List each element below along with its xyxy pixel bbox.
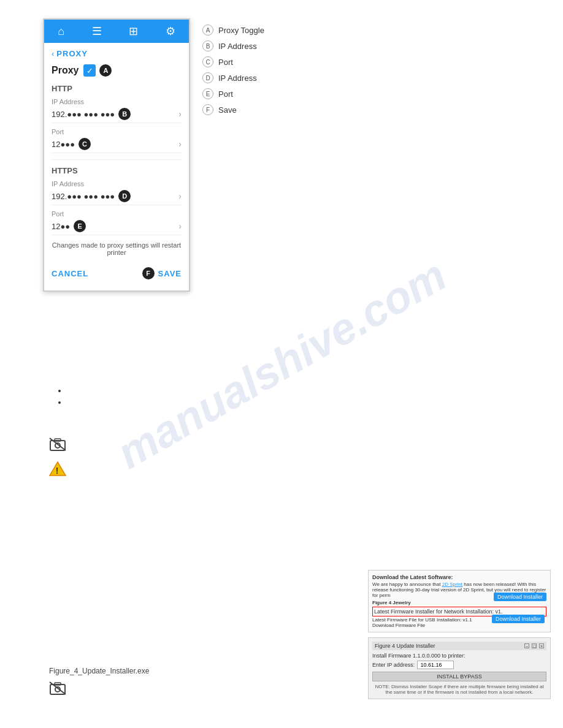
legend-item-c: C Port <box>202 56 264 67</box>
grid-icon[interactable]: ⊞ <box>129 25 138 38</box>
http-port-row[interactable]: 12●●● C › <box>52 135 182 153</box>
legend-label-f: Save <box>218 105 237 115</box>
http-ip-value: 192.●●● ●●● ●●● <box>52 110 115 119</box>
firmware-network-label: Latest Firmware Installer for Network In… <box>374 609 503 615</box>
proxy-checkbox[interactable]: ✓ <box>83 64 96 77</box>
installer-title-bar: Figure 4 Update Installer – □ × <box>372 642 546 650</box>
http-section-title: HTTP <box>52 84 182 93</box>
firmware-network-btn[interactable]: Download Installer <box>492 615 545 623</box>
http-port-block: Port 12●●● C › <box>52 128 182 153</box>
legend-item-d: D IP Address <box>202 72 264 83</box>
badge-b: B <box>118 108 131 120</box>
legend-label-b: IP Address <box>218 42 257 51</box>
https-ip-chevron: › <box>178 191 182 201</box>
bullet-list <box>49 386 70 407</box>
http-ip-label: IP Address <box>52 98 182 105</box>
back-title: PROXY <box>56 49 88 58</box>
settings-icon[interactable]: ⚙ <box>166 25 175 38</box>
camera-icon-1 <box>49 438 70 455</box>
http-ip-row[interactable]: 192.●●● ●●● ●●● B › <box>52 105 182 123</box>
https-ip-block: IP Address 192.●●● ●●● ●●● D › <box>52 180 182 205</box>
http-ip-block: IP Address 192.●●● ●●● ●●● B › <box>52 98 182 123</box>
ip-field-label: Enter IP address: <box>372 662 415 668</box>
download-title: Download the Latest Software: <box>372 574 546 580</box>
http-ip-chevron: › <box>178 109 182 119</box>
sprint-link[interactable]: 2D Sprint <box>442 582 462 587</box>
proxy-label: Proxy <box>52 65 79 76</box>
https-section-title: HTTPS <box>52 166 182 175</box>
legend-item-a: A Proxy Toggle <box>202 25 264 36</box>
warning-block: ! <box>49 461 70 480</box>
legend-circle-d: D <box>202 72 213 83</box>
minimize-button[interactable]: – <box>524 643 529 648</box>
https-port-row[interactable]: 12●● E › <box>52 218 182 235</box>
maximize-button[interactable]: □ <box>532 643 537 648</box>
http-port-chevron: › <box>178 139 182 149</box>
divider <box>52 159 182 160</box>
legend-label-a: Proxy Toggle <box>218 26 264 35</box>
bottom-section: ! <box>49 380 70 487</box>
https-port-label: Port <box>52 210 182 218</box>
download-software-box: Download the Latest Software: We are hap… <box>368 570 551 632</box>
legend-circle-c: C <box>202 56 213 67</box>
proxy-toggle-row: Proxy ✓ A <box>52 64 182 77</box>
back-arrow-icon: ‹ <box>52 49 54 58</box>
download-body: We are happy to announce that 2D Sprint … <box>372 582 546 598</box>
https-port-chevron: › <box>178 221 182 231</box>
warning-icon: ! <box>49 461 70 480</box>
legend-area: A Proxy Toggle B IP Address C Port D IP … <box>202 25 264 120</box>
bullet-item-2 <box>67 398 70 407</box>
nav-bar: ⌂ ☰ ⊞ ⚙ <box>44 20 189 43</box>
https-ip-label: IP Address <box>52 180 182 188</box>
svg-text:!: ! <box>56 466 59 476</box>
menu-icon[interactable]: ☰ <box>92 25 102 38</box>
cancel-button[interactable]: CANCEL <box>52 269 88 278</box>
https-ip-value: 192.●●● ●●● ●●● <box>52 192 115 201</box>
badge-f: F <box>142 267 155 279</box>
installer-box: Figure 4 Update Installer – □ × Install … <box>368 637 551 699</box>
legend-item-b: B IP Address <box>202 40 264 51</box>
legend-label-c: Port <box>218 58 233 67</box>
legend-circle-b: B <box>202 40 213 51</box>
figure-label-area: Figure_4_Update_Installer.exe <box>49 662 149 705</box>
legend-label-d: IP Address <box>218 74 257 83</box>
back-header[interactable]: ‹ PROXY <box>52 49 182 58</box>
legend-label-e: Port <box>218 89 233 99</box>
legend-circle-f: F <box>202 104 213 115</box>
restart-note: Changes made to proxy settings will rest… <box>52 241 182 256</box>
home-icon[interactable]: ⌂ <box>58 25 64 38</box>
ip-address-input[interactable] <box>417 661 454 669</box>
badge-d: D <box>118 190 131 202</box>
badge-c: C <box>79 138 91 150</box>
badge-a: A <box>99 64 112 77</box>
https-ip-row[interactable]: 192.●●● ●●● ●●● D › <box>52 188 182 205</box>
legend-item-f: F Save <box>202 104 264 115</box>
legend-item-e: E Port <box>202 88 264 99</box>
install-bypass-button[interactable]: INSTALL BYPASS <box>372 672 546 681</box>
proxy-content: ‹ PROXY Proxy ✓ A HTTP IP Address 192.●●… <box>44 43 189 290</box>
close-button[interactable]: × <box>539 643 544 648</box>
https-port-block: Port 12●● E › <box>52 210 182 235</box>
http-port-value: 12●●● <box>52 140 75 149</box>
phone-mockup: ⌂ ☰ ⊞ ⚙ ‹ PROXY Proxy ✓ A HTTP IP Addres… <box>43 18 190 292</box>
camera-icon-2 <box>49 681 149 699</box>
bullet-item-1 <box>67 386 70 395</box>
installer-note: NOTE: Dismiss Installer Scape if there a… <box>372 684 546 695</box>
installer-prompt: Install Firmware 1.1.0.0.000 to printer: <box>372 653 546 659</box>
https-port-value: 12●● <box>52 222 70 231</box>
screenshots-area: Download the Latest Software: We are hap… <box>368 570 551 699</box>
figure-label-text: Figure_4_Update_Installer.exe <box>49 667 149 675</box>
legend-circle-a: A <box>202 25 213 36</box>
save-button[interactable]: SAVE <box>158 269 182 278</box>
badge-e: E <box>74 220 86 232</box>
firmware-network-row: Latest Firmware Installer for Network In… <box>372 607 546 616</box>
download-installer-button[interactable]: Download Installer <box>494 593 546 601</box>
bottom-actions: CANCEL F SAVE <box>52 262 182 284</box>
http-port-label: Port <box>52 128 182 135</box>
legend-circle-e: E <box>202 88 213 99</box>
installer-title: Figure 4 Update Installer <box>375 643 435 649</box>
icon-block-1 <box>49 438 70 455</box>
